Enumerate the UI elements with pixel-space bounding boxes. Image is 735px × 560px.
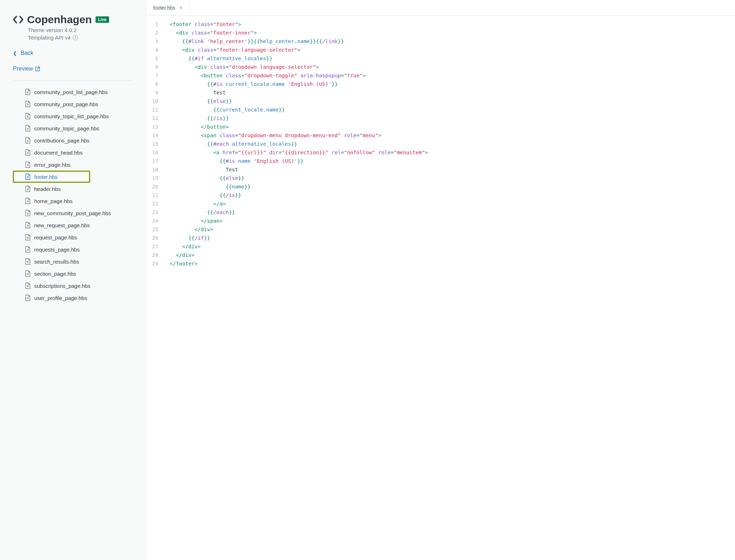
file-name: contributions_page.hbs (34, 138, 89, 144)
code-line: Test (170, 88, 735, 97)
file-item-request_page-hbs[interactable]: request_page.hbs (13, 231, 133, 243)
file-item-community_post_page-hbs[interactable]: community_post_page.hbs (13, 98, 133, 110)
chevron-left-icon: ❮ (13, 50, 17, 56)
line-number: 4 (146, 46, 158, 54)
file-name: community_topic_page.hbs (34, 125, 99, 131)
close-icon[interactable]: × (180, 5, 183, 11)
file-name: community_post_list_page.hbs (34, 89, 108, 95)
file-icon (25, 295, 31, 301)
line-number: 13 (146, 123, 158, 131)
file-item-document_head-hbs[interactable]: document_head.hbs (13, 146, 133, 159)
code-line: Test (170, 165, 735, 174)
tab-label: footer.hbs (153, 5, 175, 11)
file-item-footer-hbs[interactable]: footer.hbs (13, 171, 90, 183)
preview-link[interactable]: Preview (13, 66, 133, 72)
code-icon (13, 15, 24, 24)
file-item-community_topic_page-hbs[interactable]: community_topic_page.hbs (13, 122, 133, 134)
file-item-search_results-hbs[interactable]: search_results.hbs (13, 255, 133, 268)
file-icon (25, 161, 31, 168)
theme-title: Copenhagen (27, 14, 92, 26)
line-number: 17 (146, 157, 158, 165)
line-number: 20 (146, 182, 158, 191)
file-icon (25, 198, 31, 204)
line-number: 23 (146, 208, 158, 217)
tab-bar: footer.hbs × (146, 0, 735, 16)
code-line: {{#is name 'English (US)'}} (170, 157, 735, 165)
file-icon (25, 101, 31, 107)
file-icon (25, 210, 31, 216)
file-list: community_post_list_page.hbscommunity_po… (13, 86, 133, 304)
code-line: <a href="{{url}}" dir="{{direction}}" re… (170, 148, 735, 157)
file-item-header-hbs[interactable]: header.hbs (13, 183, 133, 195)
code-line: </div> (170, 225, 735, 234)
file-icon (25, 234, 31, 240)
line-number: 11 (146, 105, 158, 114)
file-item-new_request_page-hbs[interactable]: new_request_page.hbs (13, 219, 133, 231)
tab-footer[interactable]: footer.hbs × (146, 0, 190, 15)
file-name: community_topic_list_page.hbs (34, 113, 109, 119)
line-number: 9 (146, 88, 158, 97)
line-number: 25 (146, 225, 158, 234)
file-name: request_page.hbs (34, 234, 77, 240)
file-name: home_page.hbs (34, 198, 73, 204)
line-number: 14 (146, 131, 158, 140)
line-number: 10 (146, 97, 158, 105)
line-number: 5 (146, 54, 158, 63)
file-icon (25, 186, 31, 192)
line-number: 18 (146, 165, 158, 174)
code-line: {{/is}} (170, 191, 735, 199)
file-name: subscriptions_page.hbs (34, 283, 91, 289)
file-item-community_topic_list_page-hbs[interactable]: community_topic_list_page.hbs (13, 110, 133, 122)
file-item-error_page-hbs[interactable]: error_page.hbs (13, 159, 133, 171)
file-icon (25, 113, 31, 119)
file-name: section_page.hbs (34, 271, 76, 277)
line-number: 26 (146, 234, 158, 242)
line-number: 24 (146, 217, 158, 225)
code-line: <footer class="footer"> (170, 20, 735, 28)
code-line: {{else}} (170, 174, 735, 182)
file-name: new_community_post_page.hbs (34, 210, 111, 216)
code-content: <footer class="footer"> <div class="foot… (165, 20, 735, 560)
live-badge: Live (96, 16, 109, 23)
file-item-new_community_post_page-hbs[interactable]: new_community_post_page.hbs (13, 207, 133, 219)
line-number: 28 (146, 251, 158, 259)
file-name: new_request_page.hbs (34, 222, 90, 228)
file-name: header.hbs (34, 186, 61, 192)
code-editor[interactable]: 1234567891011121314151617181920212223242… (146, 16, 735, 560)
file-icon (25, 137, 31, 144)
info-icon[interactable]: i (73, 35, 78, 40)
file-icon (25, 282, 31, 289)
code-line: {{/if}} (170, 234, 735, 242)
sidebar: Copenhagen Live Theme version 4.0.2 Temp… (0, 0, 146, 560)
line-number: 29 (146, 259, 158, 268)
file-item-section_page-hbs[interactable]: section_page.hbs (13, 268, 133, 280)
file-item-requests_page-hbs[interactable]: requests_page.hbs (13, 243, 133, 255)
file-item-home_page-hbs[interactable]: home_page.hbs (13, 195, 133, 207)
code-line: {{#each alternative_locales}} (170, 140, 735, 148)
theme-version: Theme version 4.0.2 (13, 27, 133, 33)
back-button[interactable]: ❮ Back (13, 50, 133, 56)
file-item-user_profile_page-hbs[interactable]: user_profile_page.hbs (13, 292, 133, 304)
file-item-subscriptions_page-hbs[interactable]: subscriptions_page.hbs (13, 280, 133, 292)
code-line: </button> (170, 123, 735, 131)
code-line: {{current_locale.name}} (170, 105, 735, 114)
file-icon (25, 270, 31, 277)
line-number: 19 (146, 174, 158, 182)
file-item-community_post_list_page-hbs[interactable]: community_post_list_page.hbs (13, 86, 133, 98)
line-number: 3 (146, 37, 158, 46)
line-number: 21 (146, 191, 158, 199)
file-icon (25, 89, 31, 95)
file-item-contributions_page-hbs[interactable]: contributions_page.hbs (13, 134, 133, 146)
code-line: {{#is current_locale.name 'English (US)'… (170, 80, 735, 88)
file-name: requests_page.hbs (34, 247, 80, 253)
line-number: 16 (146, 148, 158, 157)
code-line: {{else}} (170, 97, 735, 105)
code-line: </div> (170, 251, 735, 259)
code-line: <span class="dropdown-menu dropdown-menu… (170, 131, 735, 140)
templating-api: Templating API v4 i (13, 35, 133, 41)
file-icon (25, 173, 31, 180)
code-line: </span> (170, 217, 735, 225)
line-number: 6 (146, 63, 158, 71)
code-line: <button class="dropdown-toggle" aria-has… (170, 71, 735, 80)
line-number: 1 (146, 20, 158, 28)
